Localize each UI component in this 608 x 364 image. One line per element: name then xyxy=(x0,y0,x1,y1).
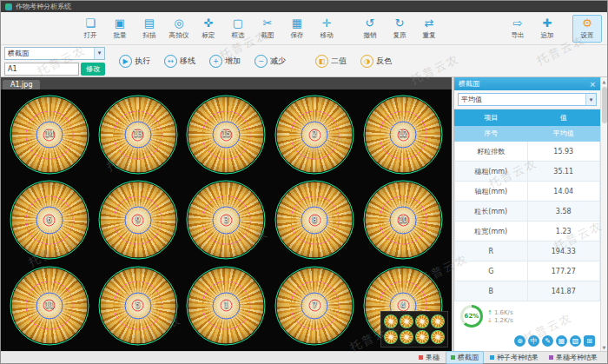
corn-sample-11[interactable]: 11 xyxy=(6,264,93,347)
undo-button[interactable]: ↺撤销 xyxy=(355,16,385,42)
sample-number: 14 xyxy=(11,130,87,138)
statusbar-tab-1[interactable]: 果穗 xyxy=(414,352,444,363)
sample-number: 8 xyxy=(277,215,353,223)
row-label: 籽粒排数 xyxy=(455,142,528,162)
locate-icon[interactable]: ⊕ xyxy=(514,335,525,347)
table-row: 籽粒排数15.93 xyxy=(455,142,600,162)
box-select-button-label: 框选 xyxy=(231,30,244,39)
center-icon[interactable]: 中 xyxy=(528,335,539,347)
chevron-down-icon[interactable]: ▾ xyxy=(585,94,596,105)
settings-button[interactable]: ⚙设置 xyxy=(572,15,602,43)
image-icon[interactable]: ▧ xyxy=(570,335,581,347)
export-button[interactable]: ⇨导出 xyxy=(503,16,532,42)
corn-image: 5 xyxy=(100,268,175,343)
save-button[interactable]: ▦保存 xyxy=(282,16,312,42)
sample-number: 5 xyxy=(100,301,175,309)
corn-sample-5[interactable]: 12 xyxy=(360,93,446,176)
corn-image: 11 xyxy=(11,268,87,343)
sample-id-input[interactable] xyxy=(4,63,79,76)
corn-image: 12 xyxy=(366,97,441,173)
speed-readout: ↑ 1.6K/s ↓ 1.2K/s xyxy=(487,309,513,324)
corn-sample-10[interactable]: 10 xyxy=(360,178,446,261)
corn-sample-3[interactable]: 15 xyxy=(183,93,270,176)
modify-button[interactable]: 修改 xyxy=(81,63,105,76)
corn-sample-9[interactable]: 8 xyxy=(271,178,358,261)
corn-image: 6 xyxy=(11,182,87,258)
edit-icon[interactable]: ✎ xyxy=(542,335,553,347)
execute-button-label: 执行 xyxy=(135,56,150,67)
invert-button[interactable]: ◑反色 xyxy=(355,52,397,70)
image-tab[interactable]: A1.jpg xyxy=(3,80,40,89)
increase-button[interactable]: +增加 xyxy=(204,52,246,70)
decrease-button[interactable]: −减少 xyxy=(249,52,291,70)
scroll-up-icon[interactable]: ▲ xyxy=(603,77,606,85)
row-value: 1.23 xyxy=(527,222,600,242)
corn-sample-2[interactable]: 13 xyxy=(95,93,182,176)
move-line-button[interactable]: ↔移线 xyxy=(159,52,201,70)
statusbar-tab-3[interactable]: 种子考种结果 xyxy=(486,352,543,363)
append-button[interactable]: ✚追加 xyxy=(532,16,562,42)
repeat-button-label: 重复 xyxy=(422,30,435,39)
panel-scrollbar[interactable]: ▲ ▼ xyxy=(600,77,607,351)
corn-sample-1[interactable]: 14 xyxy=(6,93,93,176)
scroll-down-icon[interactable]: ▼ xyxy=(603,343,606,351)
restore-button[interactable]: ↻复原 xyxy=(385,16,414,42)
close-icon[interactable]: × xyxy=(589,80,596,89)
box-select-button[interactable]: ▢框选 xyxy=(223,16,253,42)
row-value: 35.11 xyxy=(527,162,600,182)
thumbnail-6[interactable] xyxy=(400,330,413,344)
statusbar-tab-4[interactable]: 果穗考种结果 xyxy=(545,352,602,363)
scanner-icon: ▤ xyxy=(144,17,155,30)
sample-number: 4 xyxy=(366,301,441,309)
doc-camera-button[interactable]: ◎高拍仪 xyxy=(164,16,194,42)
corn-sample-8[interactable]: 3 xyxy=(183,178,270,261)
binary-icon: ◧ xyxy=(315,55,328,68)
corn-sample-14[interactable]: 7 xyxy=(271,264,358,347)
corn-sample-7[interactable]: 9 xyxy=(95,178,182,261)
restore-icon: ↻ xyxy=(395,17,405,30)
binary-button[interactable]: ◧二值 xyxy=(310,52,352,70)
move-button[interactable]: ✛移动 xyxy=(312,16,341,42)
undo-button-label: 撤销 xyxy=(363,30,376,39)
corn-image: 2 xyxy=(277,97,353,173)
network-progress: 62% ↑ 1.6K/s ↓ 1.2K/s xyxy=(454,301,600,328)
binary-button-label: 二值 xyxy=(331,56,347,67)
upload-speed: 1.6K/s xyxy=(494,309,513,316)
thumbnail-4[interactable] xyxy=(431,314,445,328)
scan-button[interactable]: ▤扫描 xyxy=(135,16,164,42)
execute-button[interactable]: ▶执行 xyxy=(114,52,155,70)
corn-sample-12[interactable]: 5 xyxy=(95,264,182,347)
corn-image: 1 xyxy=(188,268,264,343)
row-value: 15.93 xyxy=(527,142,600,162)
sample-number: 10 xyxy=(366,215,441,223)
corn-sample-4[interactable]: 2 xyxy=(271,93,358,176)
section-select[interactable]: 横截面 ▾ xyxy=(4,47,105,60)
thumbnail-5[interactable] xyxy=(384,330,398,344)
repeat-button[interactable]: ⇄重复 xyxy=(414,16,444,42)
thumbnail-8[interactable] xyxy=(431,330,445,344)
open-button-label: 打开 xyxy=(83,30,96,39)
thumbnail-3[interactable] xyxy=(415,314,429,328)
sample-number: 6 xyxy=(11,215,87,223)
results-table: 项目 值 序号 平均值 籽粒排数15.93穗粗(mm)35.11轴粗(mm)14… xyxy=(454,109,600,301)
chevron-down-icon[interactable]: ▾ xyxy=(94,48,104,59)
statusbar-tab-2[interactable]: 横截面 xyxy=(446,351,484,364)
open-button[interactable]: ❏打开 xyxy=(76,16,105,42)
save-small-icon[interactable]: ▦ xyxy=(556,335,567,347)
image-canvas[interactable]: 141315212693810115174 xyxy=(1,89,452,351)
grid-icon[interactable]: ⊞ xyxy=(584,335,595,347)
thumbnail-2[interactable] xyxy=(400,314,413,328)
scrollbar-thumb[interactable] xyxy=(602,87,607,123)
calibrate-button[interactable]: ✜标定 xyxy=(194,16,223,42)
corn-sample-13[interactable]: 1 xyxy=(183,264,270,347)
table-row: G177.27 xyxy=(455,261,600,281)
thumbnail-7[interactable] xyxy=(415,330,429,344)
batch-button-label: 批量 xyxy=(113,30,126,39)
batch-button[interactable]: ▣批量 xyxy=(105,16,135,42)
undo-icon: ↺ xyxy=(366,17,375,30)
toolbar-group-edit: ↺撤销↻复原⇄重复 xyxy=(355,16,444,42)
thumbnail-1[interactable] xyxy=(384,314,398,328)
screenshot-button[interactable]: ✂截图 xyxy=(253,16,282,42)
stat-select[interactable]: 平均值 ▾ xyxy=(458,93,597,106)
corn-sample-6[interactable]: 6 xyxy=(6,178,93,261)
